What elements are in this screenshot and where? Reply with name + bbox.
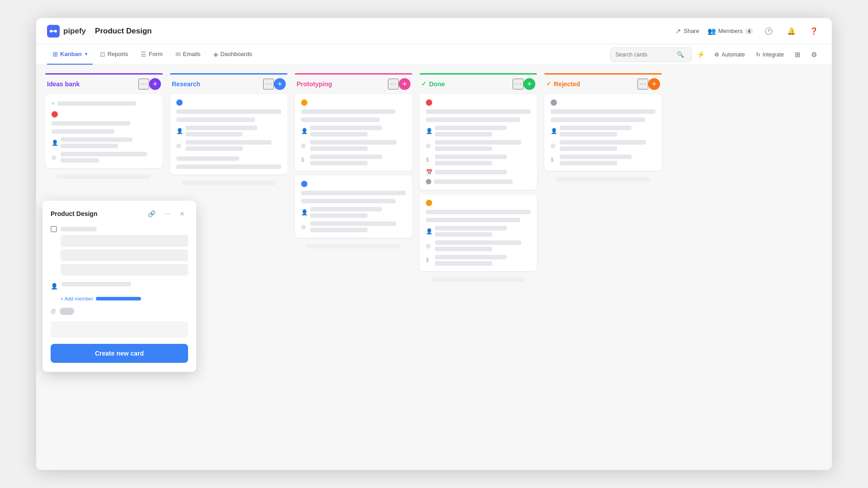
popup-person-icon: 👤 — [51, 283, 58, 290]
help-icon-button[interactable]: ❓ — [807, 24, 821, 38]
nav-item-form[interactable]: ☰ Form — [135, 45, 168, 65]
priority-dot-gray — [551, 99, 557, 106]
automate-icon: ⚙ — [714, 52, 719, 58]
reports-icon: ⊡ — [100, 51, 105, 58]
column-footer-ideas — [57, 174, 151, 179]
nav-item-kanban[interactable]: ⊞ Kanban ▾ — [47, 45, 93, 65]
skeleton — [560, 146, 617, 151]
members-icon: 👥 — [708, 27, 716, 35]
popup-toggle[interactable] — [60, 308, 74, 315]
svg-point-2 — [54, 30, 57, 33]
column-menu-research[interactable]: ⋯ — [263, 79, 274, 89]
kanban-dropdown-icon: ▾ — [85, 52, 87, 56]
column-add-research[interactable]: + — [274, 78, 286, 90]
create-card-popup: Product Design 🔗 ⋯ ✕ — [42, 201, 196, 372]
checklist-item-3 — [61, 264, 188, 276]
person-icon: 👤 — [301, 209, 307, 216]
priority-dot-blue — [176, 99, 183, 106]
notification-icon-button[interactable]: 🔔 — [784, 24, 798, 38]
column-add-ideas[interactable]: + — [149, 78, 161, 90]
field-lines3 — [435, 255, 531, 266]
create-card-button[interactable]: Create new card — [51, 344, 188, 363]
field-lines — [435, 126, 531, 136]
card-done-2[interactable]: 👤 ◎ $ — [420, 194, 537, 271]
card-field-row4: 📅 — [426, 169, 531, 175]
popup-assign-content — [61, 282, 188, 286]
skeleton — [435, 232, 492, 237]
nav-item-reports[interactable]: ⊡ Reports — [94, 45, 134, 65]
skeleton — [61, 152, 147, 156]
form-icon: ☰ — [141, 51, 146, 58]
skeleton — [435, 132, 492, 136]
card-field-row: 👤 — [426, 226, 531, 237]
skeleton — [435, 261, 492, 266]
skeleton — [310, 213, 368, 218]
share-icon: ↗ — [675, 27, 681, 35]
field-lines2 — [435, 240, 531, 251]
kanban-icon: ⊞ — [52, 51, 58, 58]
card-rejected-1[interactable]: 👤 ◎ $ — [544, 94, 662, 171]
person-icon: 👤 — [426, 128, 432, 134]
skeleton — [185, 132, 243, 136]
popup-link-button[interactable]: 🔗 — [146, 208, 157, 220]
filter-button[interactable]: ⚡ — [693, 47, 708, 62]
column-menu-prototyping[interactable]: ⋯ — [388, 79, 399, 89]
column-add-done[interactable]: + — [524, 78, 535, 90]
members-button[interactable]: 👥 Members 4 — [708, 27, 753, 35]
priority-dot-yellow2 — [426, 200, 432, 206]
target-icon: ◎ — [551, 142, 557, 149]
popup-title: Product Design — [51, 210, 142, 217]
app-window: pipefy Product Design ↗ Share 👥 Members … — [36, 18, 832, 470]
skeleton — [52, 129, 114, 134]
popup-comment-box[interactable] — [51, 321, 188, 338]
skeleton — [176, 117, 255, 122]
card-done-1[interactable]: 👤 ◎ $ — [420, 94, 537, 190]
popup-add-member-row[interactable]: + Add member — [51, 296, 188, 301]
column-add-prototyping[interactable]: + — [399, 78, 410, 90]
checkbox-icon — [51, 226, 57, 232]
skeleton — [560, 155, 632, 159]
field-lines — [310, 207, 406, 218]
card-ideas-1[interactable]: + 👤 ◎ — [45, 94, 163, 168]
integrate-button[interactable]: ↻ Integrate — [751, 47, 788, 62]
grid-icon-button[interactable]: ⊞ — [790, 47, 805, 62]
card-field-row3: $ — [426, 255, 531, 266]
column-menu-done[interactable]: ⋯ — [513, 79, 524, 89]
settings-icon-button[interactable]: ⚙ — [807, 47, 821, 62]
skeleton — [310, 155, 382, 159]
nav-item-emails[interactable]: ✉ Emails — [170, 45, 206, 65]
popup-more-button[interactable]: ⋯ — [161, 208, 173, 220]
skeleton — [426, 210, 531, 214]
column-add-rejected[interactable]: + — [648, 78, 660, 90]
column-footer-research — [182, 181, 276, 185]
skeleton — [435, 155, 507, 159]
skeleton — [310, 221, 396, 226]
card-prototyping-1[interactable]: 👤 ◎ $ — [295, 94, 412, 171]
search-input[interactable] — [615, 52, 674, 58]
field-lines2 — [310, 140, 406, 151]
nav-item-dashboards[interactable]: ◈ Dashboards — [208, 45, 258, 65]
skeleton — [560, 126, 632, 130]
column-menu-ideas[interactable]: ⋯ — [138, 79, 149, 89]
field-lines2 — [185, 140, 281, 151]
automate-button[interactable]: ⚙ Automate — [710, 47, 749, 62]
card-research-1[interactable]: 👤 ◎ — [170, 94, 288, 174]
popup-at-row: @ — [51, 308, 188, 315]
card-prototyping-2[interactable]: 👤 ◎ — [295, 175, 412, 238]
share-button[interactable]: ↗ Share — [675, 27, 699, 35]
field-lines — [61, 137, 156, 148]
person-icon: 👤 — [301, 128, 307, 134]
history-icon-button[interactable]: 🕐 — [761, 24, 776, 38]
skeleton — [301, 191, 406, 195]
dollar-icon: $ — [551, 157, 557, 163]
emails-icon: ✉ — [175, 51, 181, 58]
field-lines3 — [435, 155, 531, 165]
skeleton — [560, 132, 617, 136]
popup-close-button[interactable]: ✕ — [176, 208, 188, 220]
card-field-row: 👤 — [301, 207, 406, 218]
column-menu-rejected[interactable]: ⋯ — [637, 79, 648, 89]
members-count: 4 — [745, 28, 753, 34]
pipefy-logo-icon — [47, 25, 60, 38]
skeleton — [551, 117, 645, 122]
column-footer-done — [431, 277, 525, 282]
